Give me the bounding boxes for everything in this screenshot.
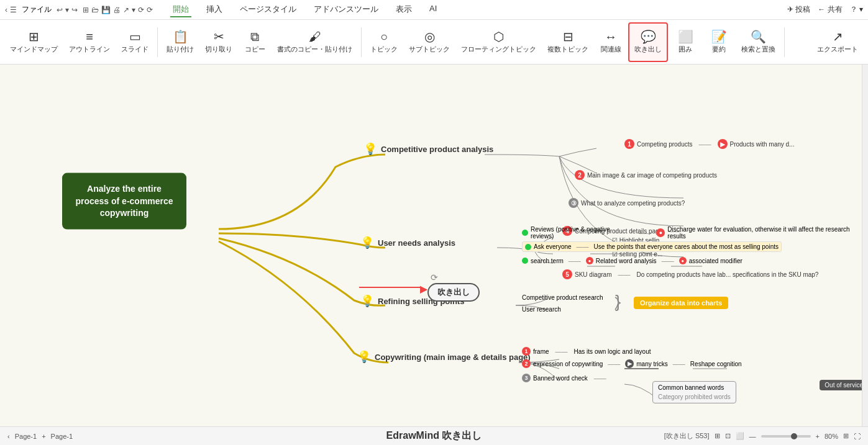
toolbar-icon3[interactable]: 💾	[101, 6, 111, 14]
copy-frame-detail: Has its own logic and layout	[574, 348, 651, 355]
nav-advanced[interactable]: アドバンスツール	[311, 2, 381, 17]
callout-btn[interactable]: 💬 吹き出し	[628, 22, 668, 62]
organize-btn[interactable]: Organize data into charts	[634, 297, 728, 309]
branch-competitive[interactable]: 💡 Competitive product analysis	[363, 142, 493, 156]
comp-label-2: Main image & car image of competing prod…	[587, 172, 717, 179]
dot-related: ●	[586, 257, 593, 264]
slide-btn[interactable]: ▭ スライド	[116, 22, 153, 62]
toolbar-icon6[interactable]: ⟳	[138, 6, 144, 14]
refining-comp-research: Competitive product research	[522, 294, 603, 301]
comp-arrow-1: ▶	[718, 139, 728, 149]
multi-icon: ⊟	[563, 30, 573, 43]
mindmap-btn[interactable]: ⊞ マインドマップ	[5, 22, 63, 62]
export-btn[interactable]: ↗ エクスポート	[812, 22, 863, 62]
rotate-icon: ⟳	[431, 272, 438, 282]
nav-page-style[interactable]: ページスタイル	[237, 2, 299, 17]
summary-btn[interactable]: 📝 要約	[703, 22, 735, 62]
copy-expression-label: expression of copywriting	[533, 361, 603, 367]
toolbar-icon5[interactable]: ↗	[123, 6, 129, 14]
scroll-indicator[interactable]	[862, 65, 868, 426]
nav-view[interactable]: 表示	[393, 2, 414, 17]
callout-status: [吹き出し S53]	[664, 431, 710, 441]
cut-btn[interactable]: ✂ 切り取り	[200, 22, 237, 62]
format-copy-label: 書式のコピー・貼り付け	[277, 45, 352, 53]
outline-btn[interactable]: ≡ アウトライン	[64, 22, 115, 62]
related-label: Related word analysis	[596, 258, 657, 264]
center-label: EdrawMind 吹き出し	[386, 429, 482, 443]
undo-dropdown[interactable]: ▾	[65, 6, 69, 14]
out-of-service-btn[interactable]: Out of service	[820, 380, 868, 390]
copy-expression: 2 expression of copywriting —— ▶ many tr…	[522, 359, 742, 368]
banned-box: Common banned words Category prohibited …	[652, 381, 736, 403]
relation-icon: ↔	[605, 30, 617, 43]
sidebar-toggle[interactable]: ☰	[10, 6, 17, 14]
relation-btn[interactable]: ↔ 関連線	[595, 22, 627, 62]
file-menu[interactable]: ファイル	[22, 4, 52, 15]
format-copy-btn[interactable]: 🖌 書式のコピー・貼り付け	[272, 22, 357, 62]
toolbar-icon4[interactable]: 🖨	[113, 6, 121, 14]
topic-btn[interactable]: ○ トピック	[365, 22, 403, 62]
user-ask-everyone[interactable]: Ask everyone —— Use the points that ever…	[522, 241, 782, 252]
copy-banned: 3 Banned word check ——	[522, 374, 610, 382]
branch-copywriting[interactable]: 💡 Copywriting (main image & details page…	[357, 350, 531, 364]
status-icon-2[interactable]: ⊡	[725, 432, 731, 440]
branch-user-needs[interactable]: 💡 User needs analysis	[360, 236, 455, 249]
fit-btn[interactable]: ⊞	[843, 432, 849, 440]
toolbar-icon2[interactable]: 🗁	[91, 6, 99, 14]
dot-reviews	[522, 230, 528, 236]
zoom-in[interactable]: +	[816, 433, 820, 440]
copy-frame-label: frame	[533, 348, 549, 355]
search-btn[interactable]: 🔍 検索と置換	[736, 22, 780, 62]
comp-num-1: 1	[624, 139, 634, 149]
border-icon: ⬜	[678, 30, 693, 43]
paste-btn[interactable]: 📋 貼り付け	[162, 22, 199, 62]
subtopic-btn[interactable]: ◎ サブトピック	[404, 22, 455, 62]
floating-btn[interactable]: ⬡ フローティングトピック	[456, 22, 541, 62]
fullscreen-btn[interactable]: ⛶	[854, 433, 861, 440]
copy-num-1: 1	[522, 347, 531, 356]
share-btn[interactable]: ← 共有	[818, 4, 842, 15]
canvas-area[interactable]: Analyze the entire process of e-commerce…	[0, 65, 868, 426]
nav-arrows[interactable]: ‹ ☰	[5, 6, 17, 14]
zoom-out[interactable]: —	[749, 433, 756, 440]
copy-num-3: 3	[522, 374, 531, 382]
floating-icon: ⬡	[493, 30, 504, 43]
toolbar-icon7[interactable]: ⟳	[147, 6, 153, 14]
zoom-slider[interactable]	[761, 435, 811, 438]
central-topic[interactable]: Analyze the entire process of e-commerce…	[62, 173, 186, 230]
page-add[interactable]: +	[42, 433, 45, 440]
subtopic-icon: ◎	[424, 30, 435, 43]
central-topic-text: Analyze the entire process of e-commerce…	[75, 184, 173, 218]
comp-num-5: 5	[562, 269, 572, 279]
search-icon: 🔍	[751, 30, 766, 43]
undo-btn[interactable]: ↩	[57, 6, 63, 14]
border-btn[interactable]: ⬜ 囲み	[669, 22, 701, 62]
modifier-label: associated modifier	[689, 258, 742, 264]
ask-detail: Use the points that everyone cares about…	[594, 243, 779, 250]
post-btn[interactable]: ✈ 投稿	[787, 4, 810, 15]
search-label: 検索と置換	[741, 45, 775, 53]
callout-box[interactable]: 吹き出し	[427, 283, 480, 302]
lightbulb-refining: 💡	[360, 294, 374, 308]
dot-search	[522, 258, 528, 264]
callout-icon: 💬	[641, 30, 656, 43]
multi-label: 複数トピック	[547, 45, 588, 53]
copy-num-2: 2	[522, 359, 531, 368]
status-icon-1[interactable]: ⊞	[715, 432, 720, 440]
page-prev[interactable]: ‹	[7, 433, 10, 440]
status-icon-3[interactable]: ⬜	[736, 432, 744, 440]
nav-insert[interactable]: 挿入	[204, 2, 225, 17]
toolbar-icon1[interactable]: ⊞	[83, 6, 89, 14]
cut-icon: ✂	[214, 30, 224, 43]
back-arrow[interactable]: ‹	[5, 6, 7, 14]
comp-label-3: What to analyze competing products?	[581, 200, 685, 207]
help-btn[interactable]: ？ ▾	[850, 4, 863, 15]
dot-ask	[525, 244, 531, 250]
ask-label: Ask everyone	[534, 243, 572, 250]
toolbar-dropdown[interactable]: ▾	[132, 6, 135, 14]
nav-ai[interactable]: AI	[427, 2, 439, 17]
multi-btn[interactable]: ⊟ 複数トピック	[542, 22, 593, 62]
redo-btn[interactable]: ↪	[71, 6, 78, 14]
nav-start[interactable]: 開始	[170, 2, 191, 17]
copy-btn[interactable]: ⧉ コピー	[239, 22, 271, 62]
